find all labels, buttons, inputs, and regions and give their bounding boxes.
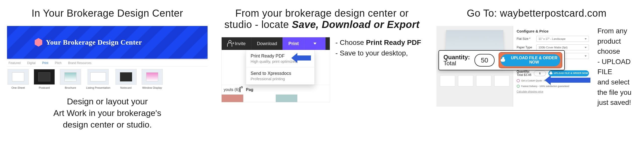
layouts-label[interactable]: youts (6) [224,87,240,92]
preview-thumb[interactable] [494,75,509,86]
design-center-tabs: Featured Digital Print Pitch Brand Resou… [7,59,208,67]
hexagon-logo-icon [35,38,42,47]
tab-pitch[interactable]: Pitch [55,61,62,65]
paper-type-select[interactable]: 100lb Cover Matte (9pt) [536,44,589,50]
print-dropdown-toggle[interactable] [304,37,326,50]
arrow-left-icon [297,55,311,61]
thumb-brochure[interactable]: Brochure [60,69,81,89]
thumb-notecard[interactable]: Notecard [115,69,137,89]
chevron-down-icon [313,43,316,45]
step-1-caption: Design or layout your Art Work in your b… [7,96,208,131]
step-2: From your brokerage design center or stu… [222,8,422,146]
preview-thumb[interactable] [440,75,455,86]
editor-screenshot: Invite Download Print Print Ready [222,37,330,102]
download-button[interactable]: Download [251,37,283,50]
print-button[interactable]: Print [283,37,304,50]
target-icon [517,79,520,82]
preview-thumbnails [440,75,509,86]
step-2-heading: From your brokerage design center or stu… [222,8,422,30]
step-1: In Your Brokerage Design Center Your Bro… [7,8,208,146]
paper-type-label: Paper Type [517,46,534,49]
editor-toolbar: Invite Download Print [222,37,330,50]
thumb-window[interactable]: Window Display [142,69,163,89]
arrow-left-icon [550,78,590,83]
flat-size-select[interactable]: 11" x 17" - Landscape [536,36,589,42]
wbp-screenshot: Configure & Price Flat Size * 11" x 17" … [436,26,592,107]
thumb-listing[interactable]: Listing Presentation [86,69,110,89]
step-3: Go To: waybetterpostcard.com [436,8,637,146]
tab-brand-resources[interactable]: Brand Resources [68,61,92,65]
upload-file-button-large[interactable]: UPLOAD FILE & ORDER NOW [499,53,562,68]
callout-qty-value[interactable]: 50 [474,54,495,67]
page-label-fragment: Pag [246,87,253,92]
pin-icon [239,87,240,92]
invite-button[interactable]: Invite [222,37,251,50]
upload-file-button-small[interactable]: UPLOAD FILE & ORDER NOW [548,70,589,76]
thumb-one-sheet[interactable]: One-Sheet [8,69,29,89]
tab-print[interactable]: Print [42,61,48,65]
check-shield-icon [517,85,520,88]
cloud-upload-icon [501,59,505,62]
menu-send-xpressdocs[interactable]: Send to Xpressdocs Professional printing [246,67,314,84]
design-center-banner: Your Brokerage Design Center [7,26,208,59]
quantity-stepper[interactable]: 6 [534,71,546,76]
preview-thumb[interactable] [476,75,491,86]
calc-shipping-link[interactable]: Calculate shipping price [517,90,589,93]
editor-secondary-bar: youts (6) Pag [222,85,330,95]
step-1-heading: In Your Brokerage Design Center [7,8,208,19]
callout-qty-label: Quantity: Total [444,54,470,66]
paper-type-row: Paper Type 100lb Cover Matte (9pt) [517,44,589,50]
upload-callout: Quantity: Total 50 UPLOAD FILE & ORDER N… [438,50,565,70]
tab-featured[interactable]: Featured [9,61,21,65]
quantity-row: Quantity: Total $3.46 6 UPLOAD FILE & OR… [517,70,589,77]
configure-title: Configure & Price [517,29,589,33]
quantity-label: Quantity: Total $3.46 [517,70,532,77]
preview-thumb[interactable] [458,75,473,86]
step-3-heading: Go To: waybetterpostcard.com [436,8,637,19]
thumb-postcard[interactable]: Postcard [34,69,55,89]
template-thumbnails: One-Sheet Postcard Brochure Listing Pres… [7,67,208,89]
banner-title: Your Brokerage Design Center [46,38,142,46]
step-3-notes: From any product choose - UPLOAD FILE an… [597,26,637,108]
tab-digital[interactable]: Digital [27,61,35,65]
user-plus-icon [227,43,232,47]
delivery-note: Fastest Delivery - 100% satisfaction gua… [517,85,589,88]
page-thumbnail-strip [222,95,330,102]
flat-size-label: Flat Size * [517,37,534,41]
cloud-upload-icon [549,72,552,74]
flat-size-row: Flat Size * 11" x 17" - Landscape [517,36,589,42]
print-dropdown-menu: Print Ready PDF High quality, print opti… [246,50,315,85]
step-2-notes: - Choose Print Ready PDF - Save to your … [335,37,421,58]
design-center-screenshot: Your Brokerage Design Center Featured Di… [7,26,208,89]
